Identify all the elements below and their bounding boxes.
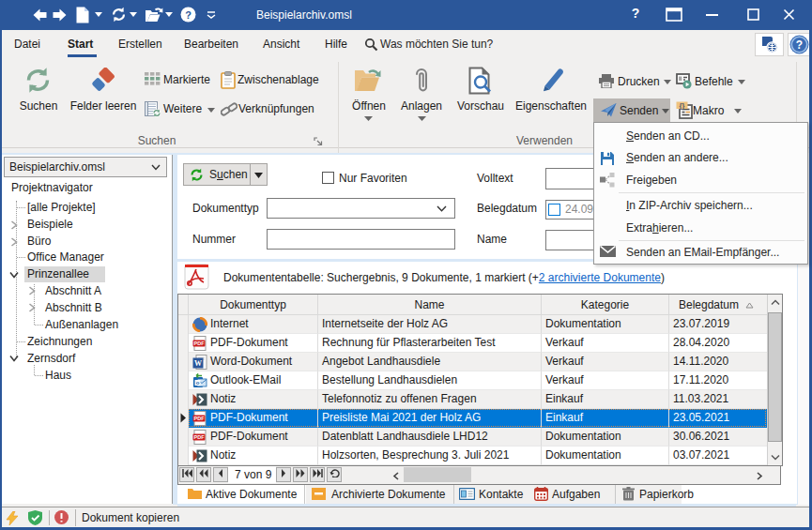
svg-text:?: ?: [796, 38, 803, 52]
svg-text:PDF: PDF: [194, 434, 206, 440]
svg-text:{}: {}: [680, 101, 685, 110]
svg-text:o: o: [196, 380, 200, 386]
svg-text:W: W: [194, 359, 202, 368]
svg-text:PDF: PDF: [194, 341, 206, 346]
svg-text:PDF: PDF: [194, 416, 206, 421]
svg-text:?: ?: [185, 9, 192, 21]
